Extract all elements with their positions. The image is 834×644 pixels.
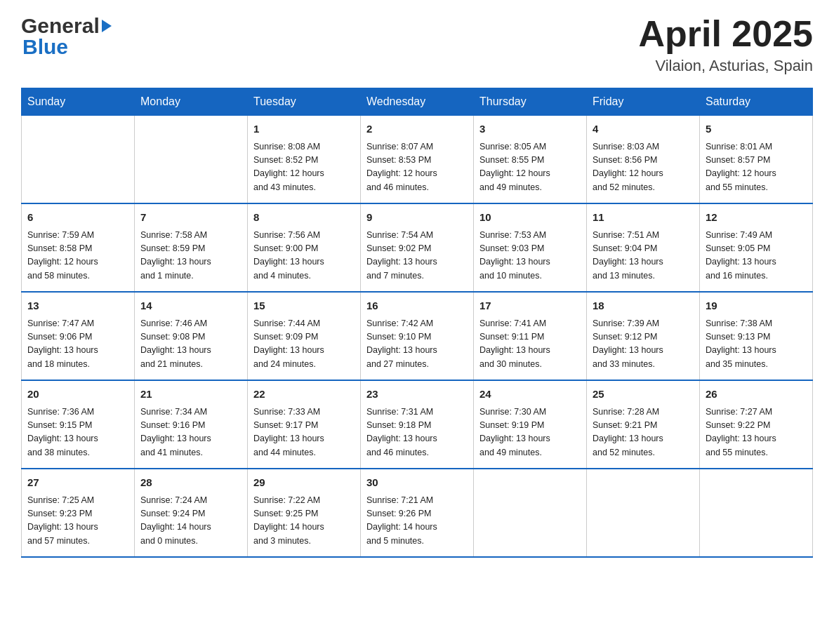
- day-number: 10: [479, 210, 581, 226]
- title-block: April 2025 Vilaion, Asturias, Spain: [638, 14, 813, 75]
- page-subtitle: Vilaion, Asturias, Spain: [638, 57, 813, 75]
- day-info: Sunrise: 7:53 AMSunset: 9:03 PMDaylight:…: [479, 229, 581, 283]
- day-number: 21: [140, 387, 241, 403]
- calendar-cell: 1Sunrise: 8:08 AMSunset: 8:52 PMDaylight…: [248, 116, 361, 204]
- calendar-cell: 12Sunrise: 7:49 AMSunset: 9:05 PMDayligh…: [700, 203, 813, 292]
- calendar-header-row: SundayMondayTuesdayWednesdayThursdayFrid…: [22, 88, 813, 116]
- day-info: Sunrise: 7:22 AMSunset: 9:25 PMDaylight:…: [253, 494, 355, 549]
- day-info: Sunrise: 7:24 AMSunset: 9:24 PMDaylight:…: [140, 494, 241, 549]
- calendar-cell: 11Sunrise: 7:51 AMSunset: 9:04 PMDayligh…: [587, 203, 700, 292]
- calendar-cell: 29Sunrise: 7:22 AMSunset: 9:25 PMDayligh…: [248, 469, 361, 557]
- calendar-cell: 13Sunrise: 7:47 AMSunset: 9:06 PMDayligh…: [22, 292, 135, 380]
- calendar-cell: 24Sunrise: 7:30 AMSunset: 9:19 PMDayligh…: [474, 380, 587, 469]
- day-info: Sunrise: 8:08 AMSunset: 8:52 PMDaylight:…: [253, 140, 355, 195]
- calendar-cell: 9Sunrise: 7:54 AMSunset: 9:02 PMDaylight…: [361, 203, 474, 292]
- day-info: Sunrise: 7:34 AMSunset: 9:16 PMDaylight:…: [140, 405, 241, 460]
- calendar-cell: 7Sunrise: 7:58 AMSunset: 8:59 PMDaylight…: [135, 203, 248, 292]
- logo-blue: Blue: [21, 35, 68, 59]
- day-number: 14: [140, 298, 241, 314]
- calendar-cell: 26Sunrise: 7:27 AMSunset: 9:22 PMDayligh…: [700, 380, 813, 469]
- day-info: Sunrise: 7:56 AMSunset: 9:00 PMDaylight:…: [253, 229, 355, 283]
- calendar-cell: 19Sunrise: 7:38 AMSunset: 9:13 PMDayligh…: [700, 292, 813, 380]
- calendar-cell: [700, 469, 813, 557]
- calendar-week-2: 6Sunrise: 7:59 AMSunset: 8:58 PMDaylight…: [22, 203, 813, 292]
- page-title: April 2025: [638, 14, 813, 54]
- calendar-cell: 27Sunrise: 7:25 AMSunset: 9:23 PMDayligh…: [22, 469, 135, 557]
- calendar-cell: 18Sunrise: 7:39 AMSunset: 9:12 PMDayligh…: [587, 292, 700, 380]
- day-number: 2: [366, 121, 468, 137]
- calendar-cell: 28Sunrise: 7:24 AMSunset: 9:24 PMDayligh…: [135, 469, 248, 557]
- calendar-cell: [22, 116, 135, 204]
- calendar-cell: 21Sunrise: 7:34 AMSunset: 9:16 PMDayligh…: [135, 380, 248, 469]
- calendar-cell: 3Sunrise: 8:05 AMSunset: 8:55 PMDaylight…: [474, 116, 587, 204]
- day-number: 11: [593, 210, 694, 226]
- day-info: Sunrise: 7:39 AMSunset: 9:12 PMDaylight:…: [593, 317, 694, 372]
- day-info: Sunrise: 7:33 AMSunset: 9:17 PMDaylight:…: [253, 405, 355, 460]
- calendar-cell: 20Sunrise: 7:36 AMSunset: 9:15 PMDayligh…: [22, 380, 135, 469]
- calendar-week-5: 27Sunrise: 7:25 AMSunset: 9:23 PMDayligh…: [22, 469, 813, 557]
- day-number: 29: [253, 475, 355, 491]
- day-info: Sunrise: 7:59 AMSunset: 8:58 PMDaylight:…: [27, 229, 128, 283]
- day-info: Sunrise: 7:42 AMSunset: 9:10 PMDaylight:…: [366, 317, 468, 372]
- day-info: Sunrise: 7:58 AMSunset: 8:59 PMDaylight:…: [140, 229, 241, 283]
- day-info: Sunrise: 7:25 AMSunset: 9:23 PMDaylight:…: [27, 494, 128, 549]
- day-number: 24: [479, 387, 581, 403]
- calendar-week-1: 1Sunrise: 8:08 AMSunset: 8:52 PMDaylight…: [22, 116, 813, 204]
- calendar-cell: 14Sunrise: 7:46 AMSunset: 9:08 PMDayligh…: [135, 292, 248, 380]
- day-number: 15: [253, 298, 355, 314]
- day-number: 22: [253, 387, 355, 403]
- day-info: Sunrise: 8:05 AMSunset: 8:55 PMDaylight:…: [479, 140, 581, 195]
- header-tuesday: Tuesday: [248, 88, 361, 116]
- logo: General Blue: [21, 14, 112, 59]
- day-info: Sunrise: 7:31 AMSunset: 9:18 PMDaylight:…: [366, 405, 468, 460]
- calendar-cell: 5Sunrise: 8:01 AMSunset: 8:57 PMDaylight…: [700, 116, 813, 204]
- calendar-cell: 8Sunrise: 7:56 AMSunset: 9:00 PMDaylight…: [248, 203, 361, 292]
- day-info: Sunrise: 7:47 AMSunset: 9:06 PMDaylight:…: [27, 317, 128, 372]
- day-number: 12: [706, 210, 807, 226]
- calendar-cell: 30Sunrise: 7:21 AMSunset: 9:26 PMDayligh…: [361, 469, 474, 557]
- day-number: 4: [593, 121, 694, 137]
- calendar-cell: 23Sunrise: 7:31 AMSunset: 9:18 PMDayligh…: [361, 380, 474, 469]
- day-number: 1: [253, 121, 355, 137]
- day-info: Sunrise: 8:03 AMSunset: 8:56 PMDaylight:…: [593, 140, 694, 195]
- header-saturday: Saturday: [700, 88, 813, 116]
- calendar-cell: 10Sunrise: 7:53 AMSunset: 9:03 PMDayligh…: [474, 203, 587, 292]
- calendar-table: SundayMondayTuesdayWednesdayThursdayFrid…: [21, 88, 813, 558]
- day-info: Sunrise: 7:49 AMSunset: 9:05 PMDaylight:…: [706, 229, 807, 283]
- day-info: Sunrise: 7:46 AMSunset: 9:08 PMDaylight:…: [140, 317, 241, 372]
- calendar-cell: 15Sunrise: 7:44 AMSunset: 9:09 PMDayligh…: [248, 292, 361, 380]
- day-number: 26: [706, 387, 807, 403]
- header-sunday: Sunday: [22, 88, 135, 116]
- day-number: 9: [366, 210, 468, 226]
- day-info: Sunrise: 7:27 AMSunset: 9:22 PMDaylight:…: [706, 405, 807, 460]
- calendar-week-3: 13Sunrise: 7:47 AMSunset: 9:06 PMDayligh…: [22, 292, 813, 380]
- calendar-cell: 6Sunrise: 7:59 AMSunset: 8:58 PMDaylight…: [22, 203, 135, 292]
- day-info: Sunrise: 7:44 AMSunset: 9:09 PMDaylight:…: [253, 317, 355, 372]
- calendar-cell: 25Sunrise: 7:28 AMSunset: 9:21 PMDayligh…: [587, 380, 700, 469]
- day-number: 19: [706, 298, 807, 314]
- day-number: 30: [366, 475, 468, 491]
- header-wednesday: Wednesday: [361, 88, 474, 116]
- header-monday: Monday: [135, 88, 248, 116]
- calendar-cell: 22Sunrise: 7:33 AMSunset: 9:17 PMDayligh…: [248, 380, 361, 469]
- day-number: 7: [140, 210, 241, 226]
- day-info: Sunrise: 7:38 AMSunset: 9:13 PMDaylight:…: [706, 317, 807, 372]
- header-thursday: Thursday: [474, 88, 587, 116]
- day-info: Sunrise: 8:07 AMSunset: 8:53 PMDaylight:…: [366, 140, 468, 195]
- day-number: 16: [366, 298, 468, 314]
- header-friday: Friday: [587, 88, 700, 116]
- day-number: 5: [706, 121, 807, 137]
- day-number: 18: [593, 298, 694, 314]
- calendar-cell: [135, 116, 248, 204]
- calendar-cell: 2Sunrise: 8:07 AMSunset: 8:53 PMDaylight…: [361, 116, 474, 204]
- logo-arrow-icon: [102, 20, 112, 32]
- calendar-week-4: 20Sunrise: 7:36 AMSunset: 9:15 PMDayligh…: [22, 380, 813, 469]
- calendar-cell: 17Sunrise: 7:41 AMSunset: 9:11 PMDayligh…: [474, 292, 587, 380]
- day-info: Sunrise: 7:41 AMSunset: 9:11 PMDaylight:…: [479, 317, 581, 372]
- day-number: 23: [366, 387, 468, 403]
- day-number: 17: [479, 298, 581, 314]
- day-number: 3: [479, 121, 581, 137]
- logo-general: General: [21, 14, 100, 38]
- day-number: 20: [27, 387, 128, 403]
- day-number: 25: [593, 387, 694, 403]
